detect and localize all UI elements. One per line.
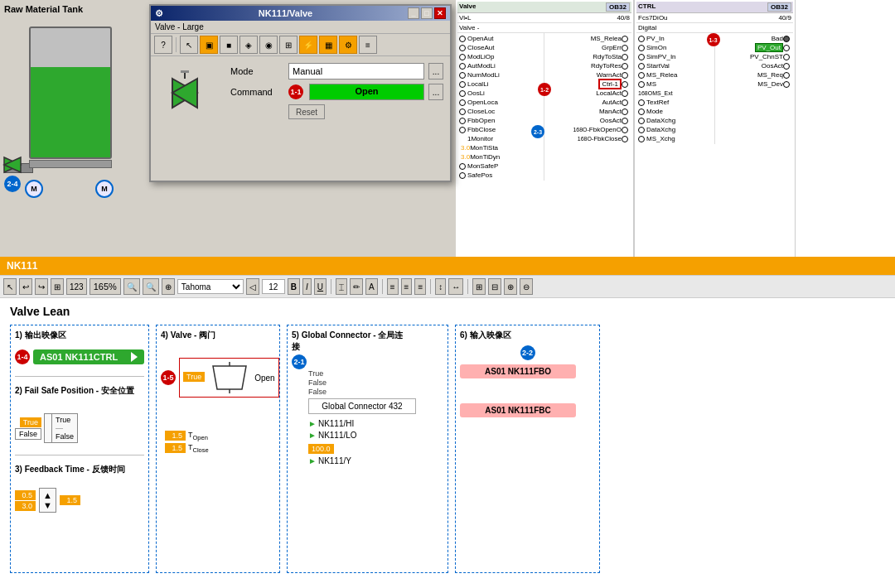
valve-subheader2: Valve - <box>457 23 631 33</box>
toolbar-btn5[interactable]: ⊞ <box>279 36 298 54</box>
badge-2-2: 2-2 <box>520 345 535 360</box>
badge-2-3-ladder: 2-3 <box>531 125 544 138</box>
reset-button[interactable]: Reset <box>288 104 325 119</box>
ob32-badge-ctrl: OB32 <box>767 2 791 12</box>
dialog-maximize[interactable]: □ <box>421 7 433 19</box>
mode-row: Mode Manual ... <box>230 63 443 80</box>
toolbar-active2[interactable]: ⚡ <box>299 36 317 54</box>
ctrl-subheader: Fcs7DiOu 40/9 <box>636 13 793 23</box>
ladder-ctrl-block: CTRL OB32 Fcs7DiOu 40/9 Digital PV_In Si… <box>634 0 796 257</box>
toolbar-italic[interactable]: I <box>302 278 312 295</box>
fail-safe-fb: True — False <box>44 413 78 443</box>
raw-material-tank-area: Raw Material Tank 2-4 M <box>0 0 145 257</box>
ctrl-subheader2: Digital <box>636 23 793 33</box>
command-dots[interactable]: ... <box>428 84 443 100</box>
valve-symbol-tank <box>0 153 29 178</box>
connector-outputs: ► NK111/HI ► NK111/LO 100.0 ► NK111/Y <box>308 419 443 465</box>
toolbar-active1[interactable]: ▣ <box>200 36 218 54</box>
font-selector[interactable]: Tahoma <box>177 279 244 294</box>
toolbar-font-size-down[interactable]: ◁ <box>246 278 259 295</box>
badge-1-3-ladder: 1-3 <box>707 33 720 46</box>
toolbar-123-btn[interactable]: 123 <box>66 278 87 295</box>
badge-1-1: 1-1 <box>288 84 303 99</box>
svg-marker-6 <box>213 366 246 389</box>
true-val-valve: True <box>183 372 205 382</box>
pv-out-box: PV_Out <box>755 43 783 52</box>
toolbar-btn2[interactable]: ■ <box>220 36 238 54</box>
true-val-left: True <box>20 417 41 427</box>
status-text: NK111 <box>7 260 37 272</box>
toolbar-format1[interactable]: ⌶ <box>336 278 347 295</box>
nk111-hi-row: ► NK111/HI <box>308 419 443 428</box>
toolbar-align-right[interactable]: ≡ <box>414 278 426 295</box>
lean-block-5-title: 5) Global Connector - 全局连接 <box>292 330 443 353</box>
toolbar-question[interactable]: ? <box>154 36 172 54</box>
dialog-fields: Mode Manual ... Command 1-1 Open ... Res… <box>230 63 443 123</box>
toolbar-arrow[interactable]: ↖ <box>180 36 198 54</box>
feedback-arrows: ▲ ▼ <box>39 488 56 513</box>
toolbar-btn3[interactable]: ◈ <box>239 36 258 54</box>
lean-block-6: 6) 输入映像区 2-2 AS01 NK111FBO AS01 NK111FBC <box>455 325 600 573</box>
command-value[interactable]: Open <box>309 84 424 100</box>
t-open-label: TOpen <box>188 431 208 441</box>
toolbar-grid-btn[interactable]: ⊞ <box>51 278 64 295</box>
toolbar-extra6[interactable]: ⊖ <box>520 278 533 295</box>
toolbar-zoom-in[interactable]: 🔍 <box>123 278 140 295</box>
timing-values: 1.5 TOpen 1.5 TClose <box>165 431 275 454</box>
nk111-lo-row: ► NK111/LO <box>308 431 443 440</box>
open-label: Open <box>254 374 274 383</box>
mode-input[interactable]: Manual <box>288 63 424 80</box>
lean-block-2-title: 2) Fail Safe Position - 安全位置 <box>15 385 144 397</box>
command-label: Command <box>230 87 284 97</box>
reset-row: Reset <box>230 104 443 119</box>
mode-label: Mode <box>230 66 284 76</box>
val-100-row: 100.0 <box>308 444 443 454</box>
toolbar-zoom-out[interactable]: 🔍 <box>143 278 159 295</box>
fail-safe-sub: True False True — False <box>15 408 144 443</box>
toolbar-undo-btn[interactable]: ↩ <box>19 278 32 295</box>
motor-circle-right: M <box>95 180 114 198</box>
command-row: Command 1-1 Open ... <box>230 84 443 100</box>
global-connector-box: Global Connector 432 <box>308 398 416 414</box>
toolbar-extra4[interactable]: ⊟ <box>488 278 501 295</box>
toolbar-format3[interactable]: A <box>365 278 378 295</box>
toolbar-extra5[interactable]: ⊕ <box>504 278 517 295</box>
toolbar-btn4[interactable]: ◉ <box>259 36 278 54</box>
nk111-y-row: ► NK111/Y <box>308 456 443 465</box>
false-val-left: False <box>15 428 41 440</box>
fbo-pink-box: AS01 NK111FBO <box>460 364 576 378</box>
toolbar-extra1[interactable]: ↕ <box>435 278 446 295</box>
lean-diagram: 1) 输出映像区 1-4 AS01 NK111CTRL 2) Fail Safe… <box>10 325 885 573</box>
toolbar-arrow-btn[interactable]: ↖ <box>3 278 17 295</box>
dialog-title: NK111/Valve <box>259 8 312 18</box>
toolbar-align-center[interactable]: ≡ <box>401 278 413 295</box>
font-size-input[interactable] <box>262 279 285 294</box>
lean-block-6-title: 6) 输入映像区 <box>460 330 595 341</box>
valve-bowtie-svg <box>164 70 218 116</box>
toolbar-format2[interactable]: ✏ <box>350 278 363 295</box>
valve-graphic <box>157 63 224 123</box>
val-1-5-right: 1.5 <box>60 495 80 505</box>
bottom-section: Valve Lean 1) 输出映像区 1-4 AS01 NK111CTRL 2… <box>0 298 895 588</box>
toolbar-active3[interactable]: ▦ <box>319 36 337 54</box>
global-connector-432: True False False Global Connector 432 ► … <box>308 369 443 465</box>
ctrl-arrow <box>131 352 138 362</box>
toolbar-btn6[interactable]: ≡ <box>359 36 377 54</box>
toolbar-extra2[interactable]: ↔ <box>448 278 463 295</box>
toolbar-bold[interactable]: B <box>288 278 300 295</box>
dialog-icon: ⚙ <box>155 8 163 19</box>
dialog-minimize[interactable]: _ <box>408 7 419 19</box>
toolbar-redo-btn[interactable]: ↪ <box>35 278 48 295</box>
ladder-ctrl-header: CTRL OB32 <box>636 2 793 13</box>
toolbar-extra3[interactable]: ⊞ <box>472 278 486 295</box>
toolbar-magnify[interactable]: ⊕ <box>162 278 175 295</box>
toolbar-underline[interactable]: U <box>314 278 327 295</box>
dialog-close[interactable]: ✕ <box>434 7 446 19</box>
toolbar-align-left[interactable]: ≡ <box>387 278 399 295</box>
tank-fill <box>31 67 110 157</box>
mode-dots[interactable]: ... <box>428 63 443 80</box>
valve-fb-block: True Open <box>179 358 279 398</box>
val-0-5: 0.5 <box>15 490 36 500</box>
tank-title: Raw Material Tank <box>4 4 141 14</box>
toolbar-active4[interactable]: ⚙ <box>339 36 357 54</box>
